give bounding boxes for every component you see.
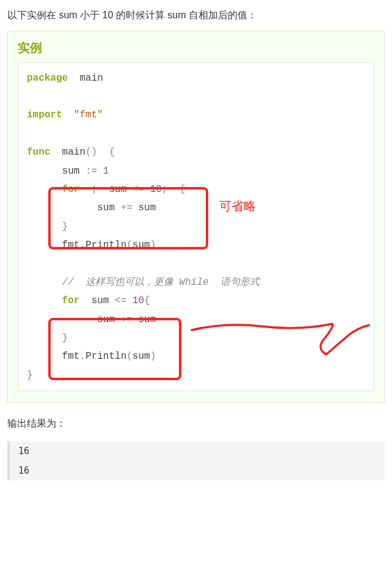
code-block: package main import "fmt" func main() { … [18,62,374,392]
code-wrapper: package main import "fmt" func main() { … [18,62,374,392]
annotation-label-1: 可省略 [219,198,256,215]
example-container: 实例 package main import "fmt" func main()… [7,31,385,403]
output-line: 16 [10,461,385,480]
intro-text: 以下实例在 sum 小于 10 的时候计算 sum 自相加后的值： [7,7,385,23]
output-line: 16 [10,441,385,461]
example-title: 实例 [18,40,374,56]
output-label: 输出结果为： [7,417,385,430]
output-block: 16 16 [7,441,385,480]
